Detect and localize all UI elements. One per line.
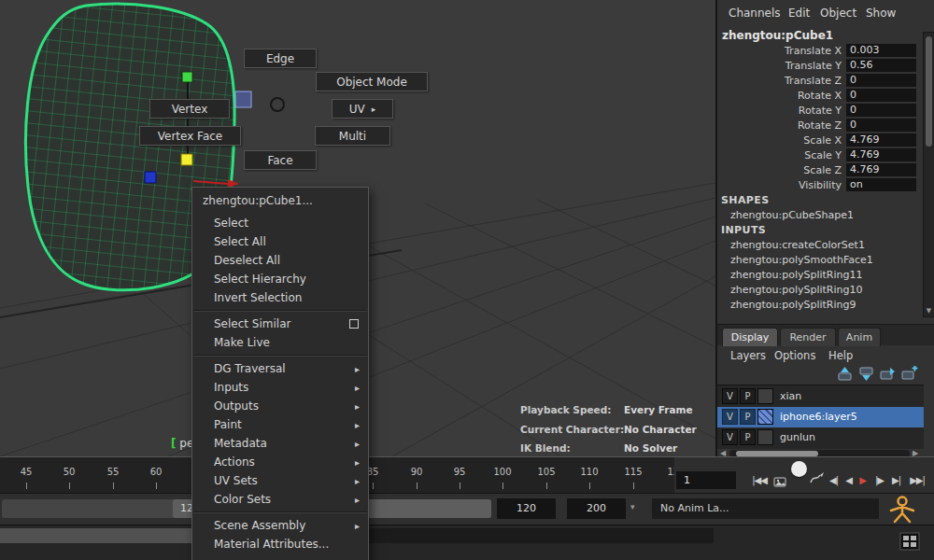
attr-label-visibility[interactable]: Visibility: [717, 178, 842, 192]
layer-name[interactable]: iphone6:layer5: [780, 407, 857, 427]
layer-name[interactable]: gunlun: [780, 427, 815, 448]
attr-value-scale-x[interactable]: 4.769: [846, 133, 916, 147]
shape-node-pcubeshape1[interactable]: zhengtou:pCubeShape1: [730, 208, 854, 222]
menu-item-select-all[interactable]: Select All: [192, 232, 368, 251]
input-node-createcolorset1[interactable]: zhengtou:createColorSet1: [730, 238, 865, 252]
scrollbar-thumb[interactable]: [926, 36, 932, 147]
layer-name[interactable]: xian: [780, 386, 801, 407]
animation-curve-icon[interactable]: [809, 471, 826, 489]
anim-layer-dropdown[interactable]: No Anim La...: [652, 498, 879, 519]
layer-playback-toggle[interactable]: P: [740, 388, 756, 404]
attr-value-translate-z[interactable]: 0: [846, 74, 916, 87]
menu-help[interactable]: Help: [828, 349, 853, 362]
attr-value-translate-y[interactable]: 0.56: [846, 59, 916, 72]
channel-box-object-name[interactable]: zhengtou:pCube1: [722, 29, 833, 42]
step-back-button[interactable]: ◀|: [826, 472, 842, 488]
menu-channels[interactable]: Channels: [729, 7, 781, 20]
tab-anim[interactable]: Anim: [838, 328, 881, 346]
attr-value-scale-y[interactable]: 4.769: [846, 148, 916, 161]
go-to-start-button[interactable]: |◀◀: [746, 472, 772, 488]
layer-color-swatch[interactable]: [757, 388, 773, 404]
menu-item-metadata[interactable]: Metadata ▸: [192, 434, 368, 453]
marking-menu-vertex-face-button[interactable]: Vertex Face: [139, 126, 241, 146]
layer-color-swatch[interactable]: [757, 409, 773, 425]
playback-orb-icon[interactable]: [791, 461, 807, 477]
input-node-polysplitring10[interactable]: zhengtou:polySplitRing10: [730, 283, 863, 297]
input-node-polysplitring11[interactable]: zhengtou:polySplitRing11: [730, 268, 863, 282]
input-node-polysplitring9[interactable]: zhengtou:polySplitRing9: [730, 298, 856, 312]
layer-visibility-toggle[interactable]: V: [722, 429, 738, 445]
layer-visibility-toggle[interactable]: V: [722, 388, 738, 404]
play-forwards-button[interactable]: ▶: [856, 472, 869, 488]
tab-display[interactable]: Display: [722, 328, 778, 346]
menu-item-invert-selection[interactable]: Invert Selection: [192, 288, 368, 307]
menu-item-make-live[interactable]: Make Live: [192, 333, 368, 352]
layer-color-swatch[interactable]: [757, 429, 773, 445]
soft-select-handle[interactable]: [235, 91, 251, 107]
move-layer-down-button[interactable]: [856, 366, 876, 383]
attr-label-translate-z[interactable]: Translate Z: [717, 74, 842, 88]
menu-item-color-sets[interactable]: Color Sets ▸: [192, 490, 368, 509]
menu-show[interactable]: Show: [866, 7, 896, 20]
menu-object[interactable]: Object: [820, 7, 856, 20]
scroll-down-icon[interactable]: ▼: [924, 307, 934, 315]
menu-item-select-hierarchy[interactable]: Select Hierarchy: [192, 270, 368, 288]
manipulator-y-handle[interactable]: [182, 72, 192, 82]
layer-row-iphone6-layer5[interactable]: V P iphone6:layer5: [717, 407, 924, 427]
attr-value-scale-z[interactable]: 4.769: [846, 163, 916, 176]
move-layer-up-button[interactable]: [835, 366, 855, 383]
marking-menu-object-mode-button[interactable]: Object Mode: [316, 72, 428, 91]
attr-label-rotate-x[interactable]: Rotate X: [717, 89, 842, 103]
attr-label-translate-x[interactable]: Translate X: [717, 44, 842, 58]
menu-item-outputs[interactable]: Outputs ▸: [192, 397, 368, 415]
menu-item-inputs[interactable]: Inputs ▸: [192, 378, 368, 397]
layer-row-xian[interactable]: V P xian: [717, 386, 924, 407]
marking-menu-vertex-button[interactable]: Vertex: [149, 99, 230, 119]
new-layer-from-selected-button[interactable]: [878, 366, 898, 383]
menu-item-uv-sets[interactable]: UV Sets ▸: [192, 471, 368, 490]
manipulator-center-handle[interactable]: [181, 154, 192, 165]
menu-item-paint[interactable]: Paint ▸: [192, 415, 368, 434]
layer-visibility-toggle[interactable]: V: [722, 409, 738, 425]
attr-label-scale-y[interactable]: Scale Y: [717, 148, 842, 162]
marking-menu-uv-button[interactable]: UV ▸: [332, 99, 393, 119]
current-frame-field[interactable]: 1: [676, 471, 736, 489]
attr-label-rotate-y[interactable]: Rotate Y: [717, 104, 842, 118]
go-to-end-button[interactable]: ▶▶|: [905, 472, 929, 488]
menu-item-dg-traversal[interactable]: DG Traversal ▸: [192, 359, 368, 378]
menu-item-deselect-all[interactable]: Deselect All: [192, 251, 368, 270]
step-forward-button[interactable]: ▶|: [888, 472, 904, 488]
playback-start-field[interactable]: 120: [497, 498, 556, 519]
script-editor-icon[interactable]: [899, 532, 920, 551]
layer-playback-toggle[interactable]: P: [740, 429, 756, 445]
menu-layers[interactable]: Layers: [730, 349, 766, 362]
option-box-icon[interactable]: [349, 319, 359, 329]
play-backwards-button[interactable]: ◀: [842, 472, 855, 488]
layer-row-gunlun[interactable]: V P gunlun: [717, 427, 924, 448]
attr-value-translate-x[interactable]: 0.003: [846, 44, 916, 57]
step-forward-key-button[interactable]: |▶: [871, 472, 887, 488]
marking-menu-face-button[interactable]: Face: [244, 150, 317, 170]
menu-edit[interactable]: Edit: [788, 7, 810, 20]
attr-label-scale-x[interactable]: Scale X: [717, 133, 842, 147]
dropdown-grip-icon[interactable]: ▾: [630, 502, 635, 511]
attr-label-scale-z[interactable]: Scale Z: [717, 163, 842, 177]
character-set-icon[interactable]: [886, 495, 918, 525]
attr-label-rotate-z[interactable]: Rotate Z: [717, 119, 842, 133]
menu-item-select-similar[interactable]: Select Similar: [192, 315, 368, 333]
attr-value-rotate-z[interactable]: 0: [846, 119, 916, 132]
attr-value-visibility[interactable]: on: [846, 178, 916, 191]
input-node-polysmoothface1[interactable]: zhengtou:polySmoothFace1: [730, 253, 873, 267]
menu-item-actions[interactable]: Actions ▸: [192, 453, 368, 471]
attr-value-rotate-x[interactable]: 0: [846, 89, 916, 102]
new-empty-layer-button[interactable]: [899, 366, 919, 383]
bookmark-icon[interactable]: [773, 474, 786, 492]
marking-menu-edge-button[interactable]: Edge: [244, 49, 317, 68]
attr-value-rotate-y[interactable]: 0: [846, 104, 916, 117]
menu-item-scene-assembly[interactable]: Scene Assembly ▸: [192, 516, 368, 535]
marking-menu-multi-button[interactable]: Multi: [315, 126, 390, 146]
layer-playback-toggle[interactable]: P: [740, 409, 756, 425]
manipulator-z-handle[interactable]: [145, 172, 156, 183]
channel-box-scrollbar[interactable]: ▼: [923, 32, 934, 317]
menu-item-material-attributes[interactable]: Material Attributes...: [192, 535, 368, 553]
